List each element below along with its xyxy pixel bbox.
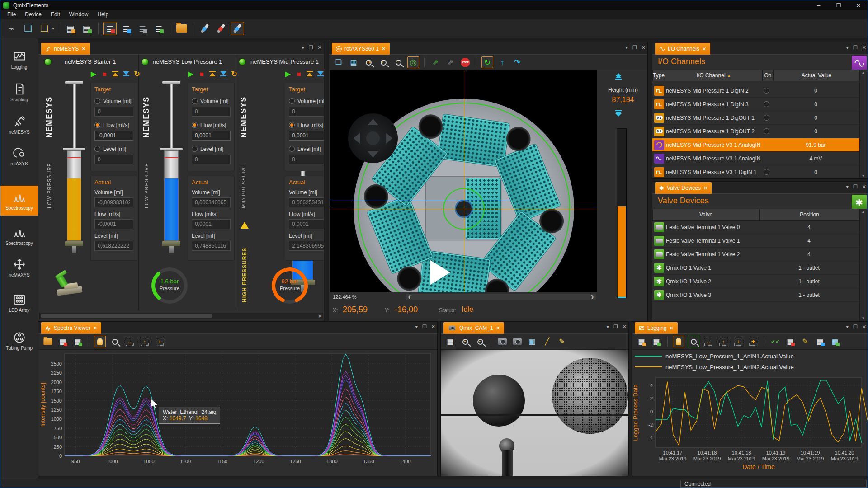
- script-film-add-icon[interactable]: ▤: [64, 22, 77, 35]
- zoom-box-icon[interactable]: [688, 336, 699, 347]
- lift-top-icon[interactable]: [615, 73, 622, 80]
- io-header-3[interactable]: Actual Value: [774, 70, 859, 81]
- stop-pump-icon[interactable]: ■: [197, 69, 206, 78]
- valve-row[interactable]: ✱Qmix I/O 1 Valve 21 - outlet: [652, 275, 859, 288]
- io-on-radio[interactable]: [764, 169, 769, 175]
- float-panel-icon[interactable]: ❐: [309, 45, 313, 51]
- snapshot-icon[interactable]: [496, 336, 508, 347]
- fit-auto-icon[interactable]: ✚: [747, 336, 759, 347]
- actual-level-value[interactable]: [94, 241, 133, 251]
- rotate-cw-icon[interactable]: ↻: [481, 56, 493, 68]
- valves-module-icon[interactable]: ✱: [852, 195, 867, 210]
- io-row[interactable]: 0 1neMESYS Mid Pressure 1 DigOUT 10: [652, 111, 859, 125]
- empty-syringe-icon[interactable]: [305, 69, 314, 78]
- target-crosshair-icon[interactable]: ◎: [407, 56, 419, 68]
- logging-chart[interactable]: -4-202410:41:17Mai 23 201910:41:18Mai 23…: [632, 375, 868, 476]
- close-panel-icon[interactable]: ✕: [862, 184, 866, 190]
- script-run-icon[interactable]: ≣: [152, 22, 165, 35]
- valve-scrollbar[interactable]: [859, 209, 867, 321]
- script-edit-blue-icon[interactable]: ≣: [119, 22, 133, 35]
- close-panel-icon[interactable]: ✕: [862, 45, 866, 51]
- rotate-home-icon[interactable]: ↷: [511, 56, 523, 68]
- jog-center[interactable]: [366, 131, 380, 145]
- panel-menu-icon[interactable]: ▾: [846, 184, 849, 190]
- panel-menu-icon[interactable]: ▾: [302, 45, 304, 51]
- target-level-input[interactable]: [289, 155, 324, 164]
- scroll-down-icon[interactable]: ▼: [859, 315, 867, 321]
- float-panel-icon[interactable]: ❐: [632, 45, 637, 51]
- rotaxys-stage-view[interactable]: [330, 70, 597, 292]
- target-level-radio[interactable]: [192, 146, 198, 152]
- valve-row[interactable]: Festo Valve Terminal 1 Valve 04: [652, 221, 859, 234]
- io-row[interactable]: neMESYS Mid Pressure V3 1 AnalogIN 24 mV: [652, 152, 859, 165]
- actual-level-value[interactable]: [192, 241, 231, 251]
- target-level-radio[interactable]: [289, 146, 295, 152]
- target-flow-radio[interactable]: [94, 122, 100, 128]
- export-spectra-icon[interactable]: ▤: [72, 336, 84, 347]
- io-on-radio[interactable]: [764, 101, 769, 107]
- io-row[interactable]: 0 1neMESYS Mid Pressure 1 DigOUT 20: [652, 125, 859, 138]
- close-tab-icon[interactable]: ✕: [670, 325, 674, 331]
- lift-up-icon[interactable]: ↑: [496, 56, 508, 68]
- fit-all-icon[interactable]: +: [154, 336, 165, 347]
- close-panel-icon[interactable]: ✕: [431, 324, 435, 330]
- close-tab-icon[interactable]: ✕: [703, 185, 708, 191]
- sidebar-item-nemaxys[interactable]: neMAXYS: [0, 253, 38, 282]
- target-flow-input[interactable]: [192, 131, 231, 141]
- panel-menu-icon[interactable]: ▾: [606, 324, 609, 330]
- actual-volume-value[interactable]: [289, 197, 324, 207]
- annotate-icon[interactable]: ✎: [556, 336, 568, 347]
- tab-valve-devices[interactable]: ✱ Valve Devices ✕: [655, 182, 712, 194]
- target-volume-radio[interactable]: [289, 98, 295, 104]
- panel-menu-icon[interactable]: ▾: [415, 324, 418, 330]
- zoom-out-icon[interactable]: −: [474, 336, 486, 347]
- close-panel-icon[interactable]: ✕: [862, 324, 866, 330]
- close-tab-icon[interactable]: ✕: [702, 46, 706, 52]
- close-button[interactable]: ✕: [849, 0, 868, 10]
- float-panel-icon[interactable]: ❐: [422, 324, 427, 330]
- play-overlay-icon[interactable]: [430, 260, 450, 285]
- close-tab-icon[interactable]: ✕: [382, 46, 386, 52]
- actual-level-value[interactable]: [289, 241, 324, 251]
- target-level-radio[interactable]: [94, 146, 100, 152]
- io-on-radio[interactable]: [764, 128, 769, 134]
- sidebar-item-nemesys[interactable]: neMESYS: [0, 110, 38, 140]
- sidebar-item-spectroscopy[interactable]: Spectroscopy: [0, 186, 38, 216]
- syringe-config-blue-icon[interactable]: [198, 22, 212, 35]
- io-on-radio[interactable]: [764, 115, 769, 121]
- export-image-icon[interactable]: ▤: [814, 336, 826, 347]
- menu-help[interactable]: Help: [93, 11, 113, 18]
- scroll-right-icon[interactable]: ❯: [590, 295, 594, 299]
- io-row[interactable]: neMESYS Mid Pressure 1 DigIN 30: [652, 98, 859, 111]
- reference-move-icon[interactable]: ▦: [348, 56, 359, 68]
- zoom-in-icon[interactable]: +: [459, 336, 471, 347]
- fit-vertical-icon[interactable]: ↕: [717, 336, 729, 347]
- close-panel-icon[interactable]: ✕: [642, 45, 646, 51]
- zoom-out-icon[interactable]: −: [392, 56, 404, 68]
- zoom-10-icon[interactable]: 10: [363, 56, 374, 68]
- panel-menu-icon[interactable]: ▾: [625, 45, 628, 51]
- stop-pump-icon[interactable]: ■: [100, 69, 109, 78]
- log-start-icon[interactable]: ▤: [651, 336, 662, 347]
- sidebar-item-logging[interactable]: Logging: [0, 45, 38, 75]
- syringe-config-red-icon[interactable]: [214, 22, 228, 35]
- close-tab-icon[interactable]: ✕: [81, 46, 85, 52]
- maximize-button[interactable]: ❐: [829, 0, 849, 10]
- syringe-edit-icon[interactable]: [231, 22, 244, 35]
- script-edit-gray-icon[interactable]: ≣: [136, 22, 149, 35]
- empty-syringe-icon[interactable]: [111, 69, 120, 78]
- lift-bottom-icon[interactable]: [615, 110, 622, 117]
- io-scrollbar[interactable]: [859, 70, 867, 179]
- spectra-chart[interactable]: 9501000105011001150120012501300135014000…: [38, 350, 438, 476]
- script-film-play-icon[interactable]: ▤: [80, 22, 94, 35]
- target-level-input[interactable]: [192, 155, 231, 164]
- probe-lamp-icon[interactable]: [94, 336, 106, 347]
- script-record-icon[interactable]: ≣: [103, 22, 117, 35]
- tab-qmix-cam[interactable]: Qmix_CAM_1 ✕: [443, 322, 504, 334]
- target-volume-input[interactable]: [289, 107, 324, 117]
- io-row[interactable]: neMESYS Mid Pressure 1 DigIN 20: [652, 84, 859, 98]
- scroll-down-icon[interactable]: ▼: [859, 173, 867, 179]
- float-panel-icon[interactable]: ❐: [853, 324, 858, 330]
- io-row[interactable]: neMESYS Mid Pressure V3 1 AnalogIN 191.9…: [652, 138, 859, 152]
- target-volume-radio[interactable]: [192, 98, 198, 104]
